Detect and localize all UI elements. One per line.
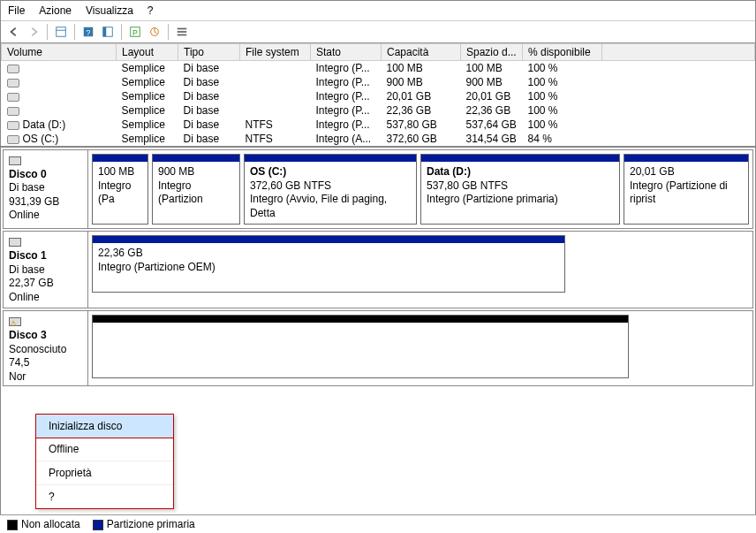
- volume-row[interactable]: OS (C:)SempliceDi baseNTFSIntegro (A...3…: [2, 132, 755, 146]
- disk-info-3[interactable]: Disco 3 Sconosciuto 74,5 Nor: [4, 311, 88, 385]
- disk-graphical-view: Disco 0 Di base 931,39 GB Online 100 MBI…: [1, 149, 755, 386]
- disk-row-1: Disco 1 Di base 22,37 GB Online 22,36 GB…: [3, 231, 753, 308]
- partition[interactable]: 100 MBIntegro (Pa: [92, 154, 148, 225]
- partition[interactable]: 900 MBIntegro (Partizion: [152, 154, 240, 225]
- disk-row-0: Disco 0 Di base 931,39 GB Online 100 MBI…: [3, 149, 753, 229]
- forward-button[interactable]: [26, 24, 42, 40]
- panel-icon[interactable]: [100, 24, 116, 40]
- refresh-icon[interactable]: P: [127, 24, 143, 40]
- legend-swatch-primary: [93, 520, 103, 530]
- partition[interactable]: 20,01 GBIntegro (Partizione di riprist: [624, 154, 749, 225]
- view-icon[interactable]: [53, 24, 69, 40]
- menu-file[interactable]: File: [8, 4, 25, 17]
- partition[interactable]: 22,36 GBIntegro (Partizione OEM): [92, 235, 565, 293]
- ctx-offline[interactable]: Offline: [36, 438, 173, 461]
- svg-text:?: ?: [87, 28, 91, 37]
- legend-swatch-unallocated: [7, 520, 18, 530]
- svg-rect-11: [178, 34, 187, 36]
- disk-info-1[interactable]: Disco 1 Di base 22,37 GB Online: [4, 232, 88, 308]
- svg-rect-0: [57, 27, 66, 37]
- menu-view[interactable]: Visualizza: [86, 4, 133, 17]
- unallocated-space[interactable]: [92, 315, 629, 378]
- svg-rect-10: [178, 31, 187, 33]
- volume-row[interactable]: SempliceDi baseIntegro (P...900 MB900 MB…: [2, 75, 755, 89]
- svg-rect-5: [103, 27, 107, 37]
- ctx-properties[interactable]: Proprietà: [36, 461, 173, 485]
- volume-row[interactable]: SempliceDi baseIntegro (P...100 MB100 MB…: [2, 61, 755, 76]
- disk-warning-icon: [9, 317, 21, 326]
- ctx-initialize-disk[interactable]: Inizializza disco: [35, 414, 174, 438]
- menu-action[interactable]: Azione: [39, 4, 72, 17]
- context-menu: Inizializza disco Offline Proprietà ?: [35, 414, 174, 509]
- action-icon[interactable]: [147, 24, 163, 40]
- disk-info-0[interactable]: Disco 0 Di base 931,39 GB Online: [4, 150, 88, 228]
- volume-row[interactable]: SempliceDi baseIntegro (P...20,01 GB20,0…: [2, 89, 755, 103]
- svg-rect-9: [178, 28, 187, 30]
- list-icon[interactable]: [174, 24, 190, 40]
- column-headers[interactable]: Volume Layout Tipo File system Stato Cap…: [2, 44, 755, 61]
- menu-help[interactable]: ?: [147, 4, 154, 17]
- disk-icon: [9, 156, 21, 165]
- volume-row[interactable]: SempliceDi baseIntegro (P...22,36 GB22,3…: [2, 103, 755, 118]
- ctx-help[interactable]: ?: [36, 485, 173, 508]
- disk-row-3: Disco 3 Sconosciuto 74,5 Nor: [3, 310, 753, 386]
- partition[interactable]: OS (C:)372,60 GB NTFSIntegro (Avvio, Fil…: [244, 154, 417, 225]
- volume-row[interactable]: Data (D:)SempliceDi baseNTFSIntegro (P..…: [2, 118, 755, 132]
- volume-list: Volume Layout Tipo File system Stato Cap…: [1, 43, 755, 148]
- help-icon[interactable]: ?: [80, 24, 96, 40]
- disk-icon: [9, 238, 21, 247]
- partition[interactable]: Data (D:)537,80 GB NTFSIntegro (Partizio…: [420, 154, 620, 225]
- back-button[interactable]: [6, 24, 22, 40]
- svg-text:P: P: [132, 28, 138, 37]
- legend: Non allocata Partizione primaria: [0, 514, 756, 533]
- toolbar: ? P: [1, 21, 755, 43]
- menubar: File Azione Visualizza ?: [1, 1, 755, 21]
